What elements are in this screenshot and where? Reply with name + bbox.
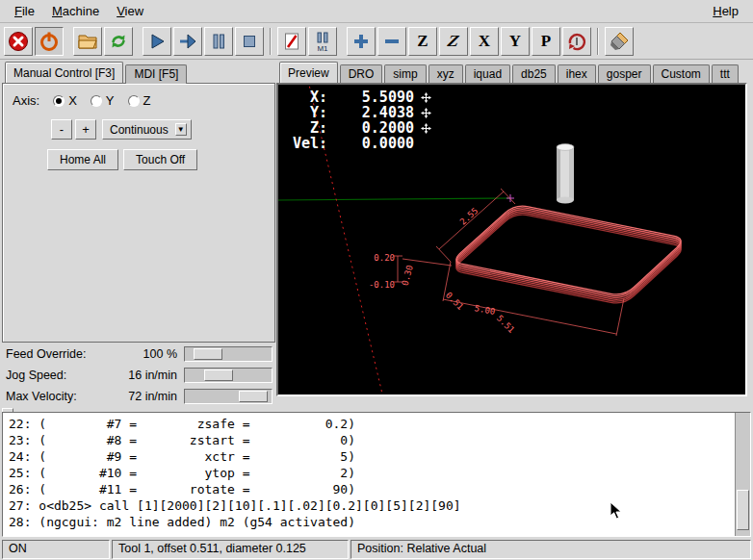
tab-xyz[interactable]: xyz <box>428 64 463 84</box>
toolbar-separator <box>270 28 272 55</box>
feed-override-slider[interactable] <box>184 346 273 362</box>
tab-preview[interactable]: Preview <box>279 62 338 83</box>
view-rotated-top-icon: Z <box>445 32 463 51</box>
view-front-icon: Y <box>509 32 521 51</box>
home-all-button[interactable]: Home All <box>47 149 118 170</box>
max-velocity-thumb[interactable] <box>239 391 268 402</box>
tab-manual-control[interactable]: Manual Control [F3] <box>5 62 123 83</box>
tab-dro[interactable]: DRO <box>340 64 383 84</box>
tab-ihex[interactable]: ihex <box>558 64 596 84</box>
zoom-in-icon <box>350 30 373 53</box>
max-velocity-row: Max Velocity: 72 in/min <box>2 387 275 407</box>
dro-x-row: X:5.5090 <box>284 89 431 105</box>
skip-lines-slash-icon <box>280 30 303 53</box>
run-icon <box>145 30 169 53</box>
statusbar: ON Tool 1, offset 0.511, diameter 0.125 … <box>0 539 753 560</box>
machine-state-cell: ON <box>2 540 110 559</box>
menu-help[interactable]: Help <box>704 2 747 20</box>
dim-label: 0.30 <box>400 264 414 287</box>
preview-canvas[interactable]: X:5.5090 Y:2.4038 Z:0.2000 Vel:0.0000 <box>276 83 747 396</box>
gcode-scrollbar-thumb[interactable] <box>737 490 749 530</box>
axis-radio-z[interactable]: Z <box>128 93 151 108</box>
view-perspective-button[interactable]: P <box>532 27 560 56</box>
jog-plus-button[interactable]: + <box>75 119 96 140</box>
max-velocity-value: 72 in/min <box>96 390 177 403</box>
estop-button[interactable] <box>4 27 33 56</box>
gcode-listing: 22: ( #7 = zsafe = 0.2) 23: ( #8 = zstar… <box>2 412 751 537</box>
stop-icon <box>238 30 261 53</box>
tool-info-cell: Tool 1, offset 0.511, diameter 0.125 <box>112 540 349 559</box>
axis-label: Axis: <box>13 93 39 108</box>
estop-icon <box>7 30 30 53</box>
left-notebook-tabs: Manual Control [F3] MDI [F5] <box>2 62 275 83</box>
dim-label: 5.00 <box>474 303 496 317</box>
homed-icon <box>421 108 431 118</box>
tab-gosper[interactable]: gosper <box>598 64 651 84</box>
open-file-button[interactable] <box>73 27 102 56</box>
preview-panel: Preview DRO simp xyz iquad db25 ihex gos… <box>276 62 751 410</box>
homed-icon <box>421 123 431 134</box>
feed-override-thumb[interactable] <box>194 348 222 360</box>
reload-button[interactable] <box>104 27 133 56</box>
menu-file[interactable]: File <box>6 2 43 20</box>
max-velocity-label: Max Velocity: <box>6 390 77 403</box>
mouse-cursor <box>610 501 623 521</box>
dro-y-row: Y:2.4038 <box>284 105 431 120</box>
pause-button[interactable] <box>204 27 233 56</box>
axis-radio-y[interactable]: Y <box>91 93 115 108</box>
zoom-in-button[interactable] <box>347 27 376 56</box>
tab-simp[interactable]: simp <box>384 64 426 84</box>
rotate-mode-button[interactable] <box>562 27 591 56</box>
run-button[interactable] <box>143 27 171 56</box>
jog-minus-button[interactable]: - <box>51 119 72 140</box>
dim-label: 2.55 <box>458 206 480 227</box>
clear-plot-button[interactable] <box>605 27 634 56</box>
jog-speed-slider[interactable] <box>184 368 273 383</box>
toolbar-separator <box>597 28 599 55</box>
menubar: File Machine View Help <box>0 0 753 23</box>
tab-iquad[interactable]: iquad <box>465 64 510 84</box>
view-front-button[interactable]: Y <box>501 27 530 56</box>
jog-speed-row: Jog Speed: 16 in/min <box>2 366 275 386</box>
tab-ttt[interactable]: ttt <box>712 64 739 84</box>
override-sliders: Feed Override: 100 % Jog Speed: 16 in/mi… <box>2 344 275 406</box>
jog-speed-label: Jog Speed: <box>6 369 66 382</box>
reload-icon <box>107 30 130 53</box>
radio-y-icon <box>91 95 102 107</box>
machine-power-icon <box>38 30 61 53</box>
axis-radio-x[interactable]: X <box>53 93 77 108</box>
zoom-out-icon <box>380 30 403 53</box>
gcode-scrollbar[interactable] <box>735 413 750 536</box>
tab-custom[interactable]: Custom <box>653 64 710 84</box>
view-side-icon: X <box>479 32 490 51</box>
view-rotated-top-button[interactable]: Z <box>439 27 468 56</box>
view-top-button[interactable]: Z <box>408 27 437 56</box>
step-button[interactable] <box>173 27 202 56</box>
dim-label: 0.20 <box>374 253 395 263</box>
toolpath <box>456 206 681 303</box>
touch-off-button[interactable]: Touch Off <box>123 149 197 170</box>
menu-machine[interactable]: Machine <box>43 2 108 20</box>
tab-mdi[interactable]: MDI [F5] <box>125 64 187 84</box>
clear-plot-brush-icon <box>608 30 631 53</box>
open-folder-icon <box>76 30 99 53</box>
menu-view[interactable]: View <box>108 2 152 20</box>
zoom-out-button[interactable] <box>377 27 406 56</box>
x-axis-line <box>278 198 510 200</box>
tab-db25[interactable]: db25 <box>512 64 556 84</box>
chevron-down-icon: ▼ <box>175 123 187 136</box>
feed-override-label: Feed Override: <box>6 347 86 361</box>
feed-override-row: Feed Override: 100 % <box>2 344 275 365</box>
skip-lines-button[interactable] <box>277 27 306 56</box>
jog-mode-dropdown[interactable]: Continuous ▼ <box>102 119 192 140</box>
right-notebook-tabs: Preview DRO simp xyz iquad db25 ihex gos… <box>276 62 751 83</box>
stop-button[interactable] <box>235 27 264 56</box>
max-velocity-slider[interactable] <box>184 389 273 404</box>
machine-power-button[interactable] <box>35 27 64 56</box>
view-side-button[interactable]: X <box>470 27 499 56</box>
jog-speed-thumb[interactable] <box>204 369 233 381</box>
optional-pause-button[interactable]: M1 <box>308 27 337 56</box>
view-perspective-icon: P <box>541 32 551 51</box>
dro-readout: X:5.5090 Y:2.4038 Z:0.2000 Vel:0.0000 <box>284 89 431 151</box>
homed-icon <box>421 92 431 103</box>
